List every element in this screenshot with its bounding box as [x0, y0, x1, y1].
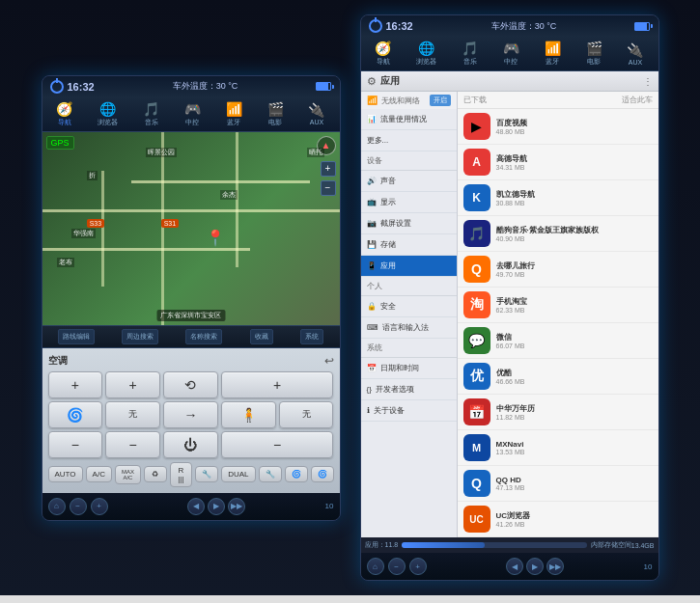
seat-heat-right[interactable]: 🔧 — [259, 466, 282, 482]
right-play-btn[interactable]: ▶ — [526, 558, 544, 575]
right-nav-ctrl[interactable]: 🎮 中控 — [503, 41, 519, 67]
fan-left[interactable]: 🌀 — [285, 466, 308, 482]
right-power-icon[interactable] — [369, 19, 382, 33]
left-nav-item-browser[interactable]: 🌐 浏览器 — [98, 101, 118, 127]
right-nav-nav[interactable]: 🧭 导航 — [375, 41, 391, 67]
ac-power-btn[interactable]: ⏻ — [163, 431, 218, 458]
storage-size: 13.4GB — [631, 542, 655, 549]
vol-down-btn[interactable]: − — [70, 498, 87, 515]
dual-btn[interactable]: DUAL — [221, 466, 255, 482]
seat-heat-left[interactable]: 🔧 — [195, 466, 218, 482]
favorites-btn[interactable]: 收藏 — [250, 329, 273, 344]
flow-item[interactable]: 📊 流量使用情况 — [361, 109, 457, 130]
mxnavi-info: MXNavi 13.53 MB — [496, 440, 653, 455]
list-item[interactable]: UC UC浏览器 41.26 MB — [458, 502, 658, 537]
left-nav-item-nav[interactable]: 🧭 导航 — [56, 101, 72, 127]
list-item[interactable]: A 高德导航 34.31 MB — [458, 145, 658, 180]
security-item[interactable]: 🔒 安全 — [361, 296, 457, 317]
storage-item[interactable]: 💾 存储 — [361, 234, 457, 256]
music-label: 音乐 — [145, 118, 158, 127]
kaili-info: 凯立德导航 30.88 MB — [496, 189, 653, 206]
right-status-bar: 16:32 车外温度：30 °C — [361, 15, 658, 37]
list-item[interactable]: 🎵 酷狗音乐·紫金版王旗家族版权 40.90 MB — [458, 216, 658, 252]
display-icon: 📺 — [367, 198, 377, 206]
list-item[interactable]: ▶ 百度视频 48.80 MB — [458, 109, 658, 145]
system-btn[interactable]: 系统 — [300, 329, 323, 344]
display-item[interactable]: 📺 显示 — [361, 192, 457, 213]
route-edit-btn[interactable]: 路线编辑 — [58, 329, 95, 344]
more-label: 更多... — [367, 135, 389, 146]
temp-up-right[interactable]: + — [105, 371, 160, 398]
more-options-icon[interactable]: ⋮ — [643, 76, 653, 87]
recir-btn[interactable]: ♻ — [144, 466, 167, 482]
list-item[interactable]: 📅 中华万年历 11.82 MB — [458, 395, 658, 430]
storage-app-label: 应用：11.8 — [365, 540, 399, 550]
left-nav-item-movie[interactable]: 🎬 电影 — [267, 101, 284, 127]
list-item[interactable]: Q 去哪儿旅行 49.70 MB — [458, 252, 658, 288]
ac-flow-icon[interactable]: → — [163, 401, 218, 428]
temp-up-left[interactable]: + — [48, 371, 103, 398]
home-btn[interactable]: ⌂ — [48, 498, 66, 515]
left-nav-item-ctrl[interactable]: 🎮 中控 — [184, 101, 201, 127]
ac-fan-icon[interactable]: ⟲ — [163, 371, 218, 398]
right-nav-movie[interactable]: 🎬 电影 — [586, 41, 602, 67]
kaili-icon: K — [463, 184, 490, 211]
list-item[interactable]: 💬 微信 66.07 MB — [458, 323, 658, 359]
sound-item[interactable]: 🔊 声音 — [361, 171, 457, 192]
fan-right[interactable]: 🌀 — [311, 466, 334, 482]
list-item[interactable]: Q QQ HD 47.13 MB — [458, 466, 658, 502]
temp-down-right[interactable]: − — [105, 431, 160, 458]
right-home-btn[interactable]: ⌂ — [367, 558, 384, 575]
left-nav-item-aux[interactable]: 🔌 AUX — [308, 102, 324, 125]
screenshot-item[interactable]: 📷 截屏设置 — [361, 213, 457, 234]
auto-btn[interactable]: AUTO — [48, 466, 83, 482]
list-item[interactable]: M MXNavi 13.53 MB — [458, 430, 658, 466]
right-nav-music[interactable]: 🎵 音乐 — [462, 41, 478, 67]
list-item[interactable]: K 凯立德导航 30.88 MB — [458, 180, 658, 216]
power-icon[interactable] — [50, 80, 64, 94]
right-prev-btn[interactable]: ◀ — [506, 558, 523, 575]
temp-down-left[interactable]: − — [48, 431, 103, 458]
left-nav-item-bt[interactable]: 📶 蓝牙 — [226, 101, 242, 127]
zoom-out-btn[interactable]: − — [321, 180, 336, 196]
right-next-btn[interactable]: ▶▶ — [546, 558, 564, 575]
map-compass[interactable]: ▲ — [317, 136, 336, 155]
right-nav-browser[interactable]: 🌐 浏览器 — [416, 41, 436, 67]
wifi-open-btn[interactable]: 开启 — [430, 95, 451, 106]
right-time: 16:32 — [386, 20, 413, 32]
next-btn[interactable]: ▶▶ — [228, 498, 245, 515]
name-search-btn[interactable]: 名称搜索 — [185, 329, 222, 344]
rear-btn[interactable]: R ||| — [170, 462, 193, 487]
vol-up-btn[interactable]: + — [91, 498, 108, 515]
ac-back-icon[interactable]: ↩ — [324, 354, 334, 368]
network-label: 无线和网络 — [381, 96, 426, 106]
right-nav-bt[interactable]: 📶 蓝牙 — [545, 41, 561, 67]
right-nav-aux[interactable]: 🔌 AUX — [627, 42, 643, 66]
wechat-name: 微信 — [496, 332, 653, 343]
right-vol-up[interactable]: + — [409, 558, 427, 575]
right-bottom-status: 应用：11.8 内部存储空间 13.4GB — [361, 537, 658, 553]
qqhd-size: 47.13 MB — [496, 484, 653, 491]
developer-item[interactable]: {} 开发者选项 — [361, 379, 457, 400]
list-item[interactable]: 淘 手机淘宝 62.33 MB — [458, 288, 658, 323]
language-item[interactable]: ⌨ 语言和输入法 — [361, 317, 457, 339]
prev-btn[interactable]: ◀ — [187, 498, 205, 515]
about-item[interactable]: ℹ 关于设备 — [361, 400, 457, 422]
left-nav-item-music[interactable]: 🎵 音乐 — [143, 101, 159, 127]
ac-fan-circle[interactable]: 🌀 — [48, 401, 103, 428]
security-icon: 🔒 — [367, 302, 377, 311]
more-item[interactable]: 更多... — [361, 130, 457, 151]
app-list-scroll[interactable]: ▶ 百度视频 48.80 MB A 高德导航 34.31 MB — [458, 109, 658, 537]
ac-btn[interactable]: A/C — [86, 466, 112, 482]
zoom-in-btn[interactable]: + — [321, 161, 336, 177]
fan-up[interactable]: + — [221, 371, 334, 398]
max-ac-btn[interactable]: MAXA/C — [115, 465, 141, 484]
apps-item[interactable]: 📱 应用 — [361, 256, 457, 277]
fan-down[interactable]: − — [221, 431, 334, 458]
list-item[interactable]: 优 优酷 46.66 MB — [458, 359, 658, 395]
main-container: 16:32 车外温度：30 °C 🧭 导航 🌐 浏览器 🎵 — [0, 0, 700, 603]
play-btn[interactable]: ▶ — [208, 498, 225, 515]
datetime-item[interactable]: 📅 日期和时间 — [361, 358, 457, 379]
right-vol-down[interactable]: − — [388, 558, 406, 575]
nearby-search-btn[interactable]: 周边搜索 — [122, 329, 158, 344]
